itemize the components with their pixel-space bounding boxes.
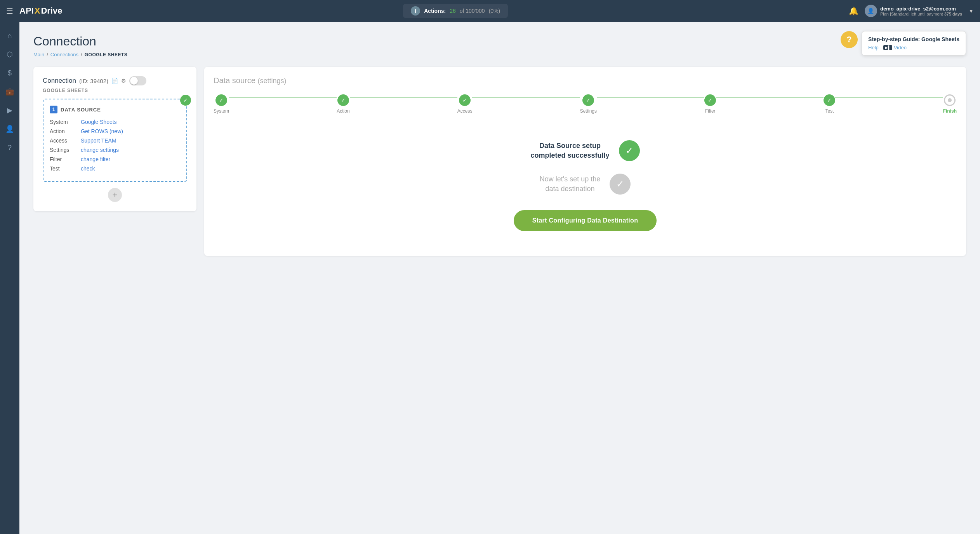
data-source-sub: (settings): [257, 77, 286, 85]
breadcrumb-current: GOOGLE SHEETS: [85, 52, 128, 57]
user-plan: Plan |Standard| left until payment 375 d…: [880, 12, 962, 16]
sidebar-item-home[interactable]: ⌂: [2, 28, 17, 43]
video-icon: ▶▌: [883, 45, 892, 50]
ds-row: Filter change filter: [50, 156, 180, 162]
breadcrumb-connections[interactable]: Connections: [50, 52, 78, 57]
ds-header: 1 DATA SOURCE: [50, 106, 180, 113]
sidebar: ⌂ ⬡ $ 💼 ▶ 👤 ?: [0, 22, 19, 534]
bell-icon[interactable]: 🔔: [849, 6, 858, 16]
step-connector: [597, 97, 704, 97]
actions-label: Actions:: [424, 8, 446, 14]
menu-icon[interactable]: ☰: [6, 6, 13, 16]
connection-header: Connection (ID: 39402) 📄 ⚙: [43, 76, 187, 85]
ds-row-label: System: [50, 119, 81, 125]
sidebar-item-billing[interactable]: $: [2, 65, 17, 81]
step-label: Test: [825, 108, 834, 114]
ds-row-value[interactable]: Get ROWS (new): [81, 128, 180, 134]
step-connector: [350, 97, 457, 97]
step-label: Finish: [943, 108, 957, 114]
top-navigation: ☰ API X Drive i Actions: 26 of 100'000 (…: [0, 0, 980, 22]
ds-row: System Google Sheets: [50, 119, 180, 125]
step-connector: [835, 97, 943, 97]
sidebar-item-help[interactable]: ?: [2, 140, 17, 155]
sidebar-item-user[interactable]: 👤: [2, 121, 17, 137]
ds-check-icon: ✓: [180, 95, 191, 106]
help-link[interactable]: Help: [868, 45, 879, 50]
actions-total: of 100'000: [460, 8, 485, 14]
breadcrumb-main[interactable]: Main: [33, 52, 44, 57]
ds-row: Action Get ROWS (new): [50, 128, 180, 134]
ds-row-label: Settings: [50, 147, 81, 153]
toggle-switch[interactable]: [129, 76, 146, 85]
logo-x-text: X: [35, 6, 40, 16]
ds-row-value[interactable]: Google Sheets: [81, 119, 180, 125]
step-finish: Finish: [943, 94, 957, 114]
actions-percent: (0%): [489, 8, 500, 14]
ds-row: Test check: [50, 165, 180, 172]
step-circle: [944, 94, 956, 106]
ds-row-value[interactable]: Support TEAM: [81, 137, 180, 144]
step-system: ✓ System: [214, 94, 229, 114]
ds-row: Access Support TEAM: [50, 137, 180, 144]
page-title: Connection: [33, 34, 966, 49]
step-label: Filter: [705, 108, 716, 114]
step-connector: [472, 97, 580, 97]
success-row-2: Now let's set up thedata destination ✓: [540, 174, 631, 195]
start-configuring-button[interactable]: Start Configuring Data Destination: [514, 210, 657, 231]
help-question-button[interactable]: ?: [841, 31, 858, 48]
step-test: ✓ Test: [824, 94, 835, 114]
help-popup-links: Help ▶▌ Video: [868, 45, 959, 50]
ds-num: 1: [50, 106, 57, 113]
user-section[interactable]: 👤 demo_apix-drive_s2@com.com Plan |Stand…: [865, 5, 962, 17]
ds-row-label: Access: [50, 137, 81, 144]
topnav-right: 🔔 👤 demo_apix-drive_s2@com.com Plan |Sta…: [849, 5, 974, 17]
logo-drive-text: Drive: [41, 6, 62, 16]
ds-row-value[interactable]: change filter: [81, 156, 180, 162]
help-popup: Step-by-step Guide: Google Sheets Help ▶…: [862, 31, 966, 56]
actions-badge: i Actions: 26 of 100'000 (0%): [403, 4, 508, 18]
step-circle: ✓: [824, 94, 835, 106]
step-label: Settings: [580, 108, 597, 114]
ds-row-label: Test: [50, 165, 81, 172]
setup-destination-text: Now let's set up thedata destination: [540, 174, 601, 194]
success-check-icon: ✓: [619, 140, 640, 161]
step-label: Action: [337, 108, 349, 114]
step-connector: [229, 97, 337, 97]
step-circle: ✓: [337, 94, 349, 106]
sidebar-item-play[interactable]: ▶: [2, 103, 17, 118]
chevron-down-icon[interactable]: ▼: [968, 8, 974, 14]
step-circle: ✓: [459, 94, 471, 106]
success-text: Data Source setupcompleted successfully: [530, 141, 609, 160]
connection-label: Connection: [43, 77, 76, 85]
document-icon[interactable]: 📄: [111, 78, 118, 84]
toggle-knob: [130, 77, 138, 85]
step-action: ✓ Action: [337, 94, 349, 114]
step-label: Access: [457, 108, 473, 114]
ds-row-value[interactable]: check: [81, 165, 180, 172]
steps-bar: ✓ System ✓ Action ✓ Access ✓ Settings ✓ …: [214, 94, 957, 114]
ds-title: DATA SOURCE: [61, 107, 101, 113]
ds-row-value[interactable]: change settings: [81, 147, 180, 153]
setup-destination-check-icon: ✓: [610, 174, 631, 195]
left-card: Connection (ID: 39402) 📄 ⚙ GOOGLE SHEETS…: [33, 67, 196, 211]
info-icon: i: [411, 6, 420, 16]
step-access: ✓ Access: [457, 94, 473, 114]
add-button[interactable]: +: [108, 188, 122, 202]
help-section: ? Step-by-step Guide: Google Sheets Help…: [841, 31, 966, 56]
settings-icon[interactable]: ⚙: [121, 78, 126, 84]
success-section: Data Source setupcompleted successfully …: [214, 132, 957, 247]
user-info: demo_apix-drive_s2@com.com Plan |Standar…: [880, 6, 962, 16]
sidebar-item-briefcase[interactable]: 💼: [2, 84, 17, 99]
conn-icons: 📄 ⚙: [111, 78, 126, 84]
step-filter: ✓ Filter: [704, 94, 716, 114]
user-avatar: 👤: [865, 5, 877, 17]
sidebar-item-connections[interactable]: ⬡: [2, 47, 17, 62]
actions-count: 26: [450, 8, 456, 14]
user-email: demo_apix-drive_s2@com.com: [880, 6, 962, 12]
logo[interactable]: API X Drive: [19, 6, 62, 16]
main-content: ? Step-by-step Guide: Google Sheets Help…: [19, 22, 980, 534]
data-source-title: Data source (settings): [214, 76, 957, 85]
data-source-box: ✓ 1 DATA SOURCE System Google Sheets Act…: [43, 99, 187, 182]
breadcrumb: Main / Connections / GOOGLE SHEETS: [33, 52, 966, 57]
video-link[interactable]: ▶▌ Video: [883, 45, 907, 50]
